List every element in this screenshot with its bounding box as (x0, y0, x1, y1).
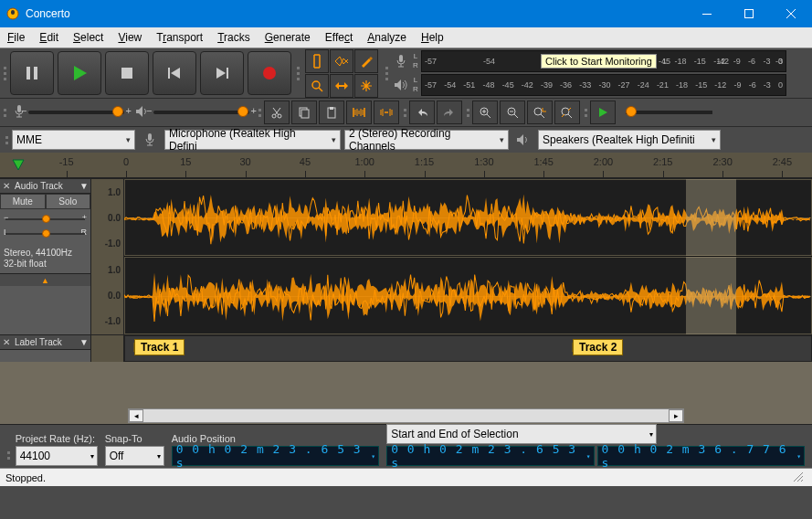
track-close-button[interactable]: ✕ (0, 336, 13, 349)
vertical-scale[interactable]: 1.00.0-1.0 1.00.0-1.0 (91, 179, 124, 334)
grip[interactable] (384, 51, 390, 95)
timeshift-tool[interactable] (330, 74, 353, 98)
grip[interactable] (257, 101, 263, 123)
selection-end-display[interactable]: 0 0 h 0 2 m 3 6 . 7 7 6 s (597, 446, 805, 466)
zoom-tool[interactable] (305, 74, 329, 98)
pause-button[interactable] (10, 51, 54, 95)
svg-rect-18 (330, 107, 333, 110)
minimize-button[interactable] (686, 0, 728, 27)
selection-tool[interactable] (305, 49, 329, 73)
multi-tool[interactable] (354, 74, 378, 98)
menu-bar: File Edit Select View Transport Tracks G… (0, 27, 812, 48)
grip[interactable] (402, 101, 408, 123)
menu-effect[interactable]: Effect (318, 28, 360, 47)
svg-rect-6 (121, 68, 132, 79)
grip[interactable] (295, 51, 301, 95)
menu-tracks[interactable]: Tracks (210, 28, 258, 47)
selection-range-type-combo[interactable]: Start and End of Selection (386, 424, 657, 444)
pan-slider[interactable]: LR (5, 229, 85, 238)
solo-button[interactable]: Solo (46, 194, 91, 209)
grip[interactable] (465, 101, 471, 123)
record-button[interactable] (248, 51, 291, 95)
maximize-button[interactable] (728, 0, 770, 27)
waveform-area[interactable] (124, 179, 812, 334)
track-close-button[interactable]: ✕ (0, 180, 13, 193)
menu-edit[interactable]: Edit (32, 28, 66, 47)
undo-button[interactable] (409, 101, 435, 124)
zoom-in-button[interactable] (472, 101, 498, 124)
gain-slider[interactable]: −+ (5, 215, 85, 224)
grip[interactable] (4, 129, 10, 151)
menu-view[interactable]: View (111, 28, 149, 47)
meter-monitor-label[interactable]: Click to Start Monitoring (541, 54, 657, 69)
cut-button[interactable] (264, 101, 290, 124)
track-collapse-button[interactable]: ▲ (0, 273, 90, 286)
mute-button[interactable]: Mute (0, 194, 46, 209)
recording-device-combo[interactable]: Microphone (Realtek High Defini (164, 130, 341, 150)
label-area[interactable]: Track 1 Track 2 (124, 335, 812, 362)
redo-button[interactable] (437, 101, 462, 124)
mic-meter-icon[interactable] (390, 50, 412, 72)
label-marker-2[interactable]: Track 2 (573, 339, 623, 355)
zoom-out-button[interactable] (500, 101, 525, 124)
recording-channels-combo[interactable]: 2 (Stereo) Recording Channels (344, 130, 509, 150)
fit-project-button[interactable] (554, 101, 580, 124)
menu-select[interactable]: Select (66, 28, 111, 47)
resize-grip-icon[interactable] (792, 471, 807, 485)
svg-point-22 (562, 108, 569, 115)
tools-grid (305, 49, 378, 98)
svg-rect-8 (227, 68, 228, 79)
playhead-icon[interactable] (12, 159, 25, 172)
grip[interactable] (2, 51, 8, 95)
playback-device-combo[interactable]: Speakers (Realtek High Definiti (538, 130, 721, 150)
meters: L R -57-54-51-48-45-42-3 Click to Start … (390, 50, 786, 96)
selection-toolbar: Project Rate (Hz): 44100 Snap-To Off Aud… (0, 424, 812, 468)
draw-tool[interactable] (354, 49, 378, 73)
playback-meter[interactable]: -57-54-51-48-45-42-39-36-33-30-27-24-21-… (421, 74, 786, 96)
envelope-tool[interactable] (330, 49, 353, 73)
project-rate-combo[interactable]: 44100 (16, 446, 98, 466)
menu-help[interactable]: Help (414, 28, 451, 47)
grip[interactable] (583, 101, 589, 123)
copy-button[interactable] (291, 101, 317, 124)
label-marker-1[interactable]: Track 1 (134, 339, 185, 355)
track-menu-button[interactable]: ▼ (78, 337, 90, 347)
trim-button[interactable] (346, 101, 372, 124)
audio-track: ✕ Audio Track ▼ Mute Solo −+ LR Stereo, … (0, 178, 812, 334)
track-menu-button[interactable]: ▼ (78, 181, 90, 191)
fit-selection-button[interactable] (527, 101, 553, 124)
recording-meter[interactable]: -57-54-51-48-45-42-3 Click to Start Moni… (421, 50, 786, 72)
svg-rect-11 (399, 55, 403, 62)
audio-host-combo[interactable]: MME (12, 130, 135, 150)
meter-l-label: L (412, 76, 419, 85)
track-name[interactable]: Audio Track (13, 181, 78, 191)
track-info: Stereo, 44100Hz 32-bit float (0, 244, 90, 273)
play-at-speed-button[interactable] (590, 101, 616, 124)
playback-speed-slider[interactable] (626, 111, 712, 114)
skip-end-button[interactable] (200, 51, 244, 95)
label-track-name[interactable]: Label Track (13, 337, 78, 347)
menu-file[interactable]: File (0, 28, 32, 47)
audio-position-display[interactable]: 0 0 h 0 2 m 2 3 . 6 5 3 s (172, 446, 380, 466)
speaker-meter-icon[interactable] (390, 74, 412, 96)
play-button[interactable] (58, 51, 101, 95)
horizontal-scrollbar[interactable]: ◂▸ (0, 408, 812, 424)
recording-volume[interactable]: −+ (14, 104, 124, 122)
silence-button[interactable] (374, 101, 399, 124)
stop-button[interactable] (105, 51, 149, 95)
skip-start-button[interactable] (153, 51, 196, 95)
menu-transport[interactable]: Transport (149, 28, 210, 47)
playback-volume[interactable]: −+ (135, 105, 249, 121)
grip[interactable] (2, 101, 8, 123)
close-button[interactable] (770, 0, 812, 27)
selection-start-display[interactable]: 0 0 h 0 2 m 2 3 . 6 5 3 s (386, 446, 594, 466)
grip[interactable] (5, 444, 12, 466)
mic-icon (140, 130, 160, 150)
snap-to-combo[interactable]: Off (105, 446, 164, 466)
menu-generate[interactable]: Generate (258, 28, 318, 47)
paste-button[interactable] (319, 101, 344, 124)
timeline-ruler[interactable]: -1501530451:001:151:301:452:002:152:302:… (0, 153, 812, 178)
project-rate-label: Project Rate (Hz): (16, 433, 98, 444)
svg-rect-1 (11, 10, 15, 15)
menu-analyze[interactable]: Analyze (360, 28, 414, 47)
